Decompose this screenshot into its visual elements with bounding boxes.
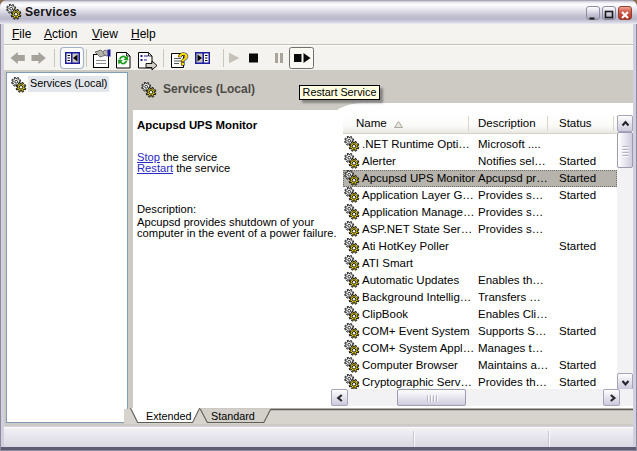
svg-text:?: ? — [178, 50, 188, 69]
